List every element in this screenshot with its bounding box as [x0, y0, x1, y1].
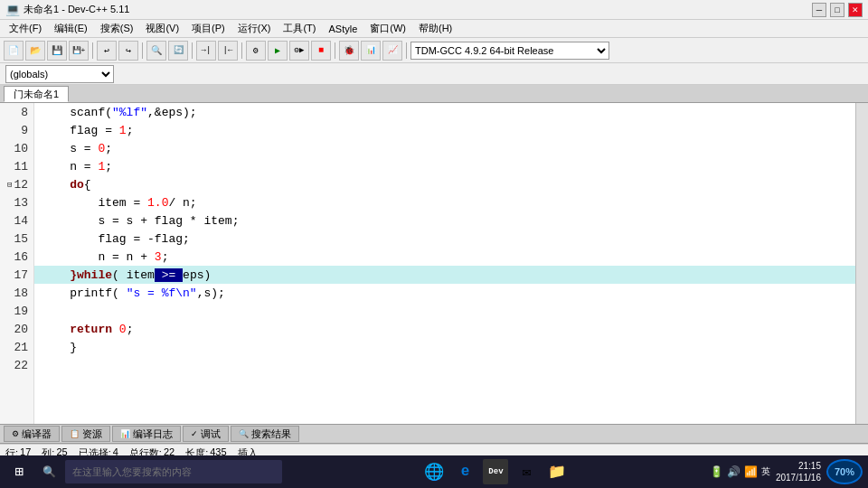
minimize-button[interactable]: ─: [812, 3, 826, 17]
toolbar: 📄 📂 💾 💾+ ↩ ↪ 🔍 🔄 →| |← ⚙ ▶ ⚙▶ ■ 🐞 📊 📈 TD…: [0, 38, 868, 63]
compiler-dropdown[interactable]: TDM-GCC 4.9.2 64-bit Release: [410, 42, 609, 60]
code-line-9: flag = 1;: [34, 121, 855, 139]
taskbar-folder-icon[interactable]: 📁: [544, 459, 570, 484]
bottom-tab-resources[interactable]: 📋 资源: [61, 426, 110, 442]
menu-project[interactable]: 项目(P): [186, 21, 231, 36]
bottom-tab-debug[interactable]: ✓ 调试: [183, 426, 229, 442]
save-button[interactable]: 💾: [47, 41, 67, 61]
code-line-14: s = s + flag * item;: [34, 211, 855, 230]
menu-help[interactable]: 帮助(H): [413, 21, 458, 36]
stop-button[interactable]: ■: [311, 41, 331, 61]
outdent-button[interactable]: |←: [218, 41, 238, 61]
resources-tab-label: 资源: [82, 427, 102, 441]
system-clock: 21:15 2017/11/16: [776, 460, 821, 483]
line-num-16: 16: [5, 248, 28, 266]
sep5: [335, 42, 335, 59]
taskbar-ie-icon[interactable]: 🌐: [421, 459, 447, 484]
run-button[interactable]: ▶: [268, 41, 288, 61]
bottom-tab-search[interactable]: 🔍 搜索结果: [231, 426, 299, 442]
code-line-15: flag = -flag;: [34, 230, 855, 248]
vertical-scrollbar[interactable]: [855, 103, 868, 424]
bottom-tabs: ⚙ 编译器 📋 资源 📊 编译日志 ✓ 调试 🔍 搜索结果: [0, 424, 868, 444]
start-button[interactable]: ⊞: [5, 459, 33, 484]
toolbar2: (globals): [0, 63, 868, 85]
debug-button[interactable]: 🐞: [339, 41, 359, 61]
menu-window[interactable]: 窗口(W): [364, 21, 411, 36]
menu-search[interactable]: 搜索(S): [95, 21, 139, 36]
line-num-19: 19: [5, 302, 28, 320]
taskbar-right: 🔋 🔊 📶 英 21:15 2017/11/16 70%: [710, 459, 863, 484]
code-line-11: n = 1;: [34, 157, 855, 175]
sep2: [142, 42, 143, 59]
tray-volume-icon: 🔊: [727, 465, 741, 478]
open-button[interactable]: 📂: [25, 41, 45, 61]
line-num-17: 17: [5, 266, 28, 284]
maximize-button[interactable]: □: [830, 3, 844, 17]
taskbar-search-icon: 🔍: [36, 459, 61, 484]
search-tab-label: 搜索结果: [251, 427, 291, 441]
taskbar-app-icons: 🌐 e Dev ✉ 📁: [286, 459, 706, 484]
window-title: 未命名1 - Dev-C++ 5.11: [24, 3, 129, 16]
taskbar-search-input[interactable]: [65, 460, 282, 483]
title-bar-left: 💻 未命名1 - Dev-C++ 5.11: [5, 3, 129, 16]
code-editor[interactable]: scanf("%lf",&eps); flag = 1; s = 0; n = …: [34, 103, 855, 424]
file-tab[interactable]: 门未命名1: [4, 86, 69, 102]
line-num-14: 14: [5, 211, 28, 230]
code-line-20: return 0;: [34, 320, 855, 338]
sep4: [241, 42, 242, 59]
clock-time: 21:15: [776, 460, 821, 472]
menu-astyle[interactable]: AStyle: [323, 23, 363, 35]
replace-button[interactable]: 🔄: [168, 41, 188, 61]
search-button[interactable]: 🔍: [146, 41, 166, 61]
redo-button[interactable]: ↪: [118, 41, 138, 61]
taskbar-devpp-icon[interactable]: Dev: [483, 459, 508, 484]
system-tray: 🔋 🔊 📶 英: [710, 465, 770, 478]
code-line-19: [34, 302, 855, 320]
line-num-18: 18: [5, 284, 28, 302]
code-line-8: scanf("%lf",&eps);: [34, 103, 855, 121]
line-num-11: 11: [5, 157, 28, 175]
line-num-22: 22: [5, 356, 28, 374]
line-num-15: 15: [5, 230, 28, 248]
selection-highlight: >=: [155, 268, 183, 282]
bottom-tab-compile-log[interactable]: 📊 编译日志: [112, 426, 181, 442]
code-line-22: [34, 356, 855, 374]
line-num-13: 13: [5, 193, 28, 211]
bottom-tab-compiler[interactable]: ⚙ 编译器: [4, 426, 60, 442]
new-button[interactable]: 📄: [4, 41, 24, 61]
tray-battery-icon: 🔋: [710, 465, 723, 478]
tab-label: 门未命名1: [14, 88, 59, 101]
tray-lang-icon: 英: [761, 465, 770, 478]
menu-file[interactable]: 文件(F): [4, 21, 47, 36]
taskbar-email-icon[interactable]: ✉: [514, 459, 539, 484]
compile-run-button[interactable]: ⚙▶: [289, 41, 309, 61]
title-bar: 💻 未命名1 - Dev-C++ 5.11 ─ □ ✕: [0, 0, 868, 20]
indent-button[interactable]: →|: [196, 41, 216, 61]
menu-run[interactable]: 运行(X): [232, 21, 277, 36]
save-all-button[interactable]: 💾+: [69, 41, 89, 61]
code-line-12: do{: [34, 175, 855, 193]
menu-tools[interactable]: 工具(T): [278, 21, 321, 36]
chart2-button[interactable]: 📈: [382, 41, 402, 61]
title-bar-controls: ─ □ ✕: [812, 3, 863, 17]
tab-bar: 门未命名1: [0, 85, 868, 103]
clock-date: 2017/11/16: [776, 472, 821, 483]
line-num-21: 21: [5, 338, 28, 356]
sep3: [192, 42, 193, 59]
tray-network-icon: 📶: [744, 465, 758, 478]
globals-dropdown[interactable]: (globals): [5, 65, 114, 83]
menu-view[interactable]: 视图(V): [140, 21, 184, 36]
undo-button[interactable]: ↩: [97, 41, 117, 61]
close-button[interactable]: ✕: [848, 3, 863, 17]
line-num-12: ⊟12: [5, 175, 28, 193]
taskbar-edge-icon[interactable]: e: [452, 459, 477, 484]
code-line-21: }: [34, 338, 855, 356]
chart-button[interactable]: 📊: [361, 41, 381, 61]
sep1: [92, 42, 93, 59]
code-line-18: printf( "s = %f\n",s);: [34, 284, 855, 302]
code-line-13: item = 1.0/ n;: [34, 193, 855, 211]
taskbar: ⊞ 🔍 🌐 e Dev ✉ 📁 🔋 🔊 📶 英 21:15 2017/11/16…: [0, 455, 868, 488]
line-num-8: 8: [5, 103, 28, 121]
menu-edit[interactable]: 编辑(E): [49, 21, 93, 36]
compile-button[interactable]: ⚙: [246, 41, 266, 61]
